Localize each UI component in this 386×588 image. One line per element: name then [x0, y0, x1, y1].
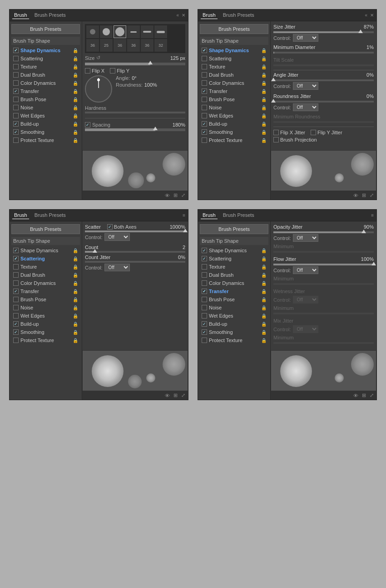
sidebar-smoothing-2[interactable]: ✓ Smoothing 🔒 — [200, 128, 268, 136]
sidebar-protect-texture-1[interactable]: Protect Texture 🔒 — [11, 137, 80, 144]
checkbox-noise-2[interactable] — [202, 105, 207, 110]
angle-jitter-slider[interactable] — [273, 79, 374, 81]
sidebar-smoothing-3[interactable]: ✓ Smoothing 🔒 — [11, 328, 80, 336]
checkbox-wet-edges-1[interactable] — [13, 113, 19, 118]
checkbox-scattering-2[interactable] — [202, 56, 207, 61]
sidebar-scattering-4[interactable]: ✓ Scattering 🔒 — [200, 255, 268, 262]
scatter-slider[interactable] — [85, 230, 185, 232]
brush-tip-cell-6[interactable] — [154, 25, 167, 38]
flow-control-select[interactable]: Off — [293, 266, 318, 274]
checkbox-color-dynamics-4[interactable] — [202, 280, 207, 286]
sidebar-dual-brush-1[interactable]: Dual Brush 🔒 — [11, 71, 80, 78]
checkbox-dual-brush-2[interactable] — [202, 72, 207, 78]
brush-tip-shape-header-2[interactable]: Brush Tip Shape — [200, 37, 268, 45]
sidebar-buildup-1[interactable]: ✓ Build-up 🔒 — [11, 120, 80, 127]
checkbox-dual-brush-3[interactable] — [13, 272, 19, 278]
close-icon-1[interactable]: ✕ — [182, 13, 185, 18]
sidebar-color-dynamics-1[interactable]: Color Dynamics 🔒 — [11, 79, 80, 87]
sidebar-shape-dynamics-4[interactable]: ✓ Shape Dynamics 🔒 — [200, 247, 268, 254]
both-axes-cb[interactable]: ✓ Both Axes — [107, 224, 137, 230]
checkbox-wet-edges-3[interactable] — [13, 313, 19, 318]
brush-tip-cell-4[interactable] — [127, 25, 140, 38]
checkbox-buildup-1[interactable]: ✓ — [13, 121, 19, 127]
brush-tip-cell-2[interactable] — [100, 25, 113, 38]
checkbox-protect-texture-4[interactable] — [202, 338, 207, 343]
grid-icon-2[interactable]: ⊞ — [362, 192, 366, 198]
brush-tip-num-1[interactable]: 36 — [86, 39, 99, 52]
sidebar-noise-2[interactable]: Noise 🔒 — [200, 104, 268, 111]
sidebar-dual-brush-3[interactable]: Dual Brush 🔒 — [11, 271, 80, 279]
checkbox-protect-texture-1[interactable] — [13, 137, 19, 143]
roundness-jitter-slider[interactable] — [273, 101, 374, 103]
size-slider-1[interactable] — [85, 63, 185, 65]
checkbox-brush-pose-4[interactable] — [202, 297, 207, 302]
size-jitter-slider[interactable] — [273, 31, 374, 33]
tab-brush-presets-3[interactable]: Brush Presets — [33, 211, 68, 219]
sidebar-scattering-2[interactable]: Scattering 🔒 — [200, 55, 268, 62]
checkbox-wet-edges-2[interactable] — [202, 113, 207, 118]
checkbox-color-dynamics-2[interactable] — [202, 80, 207, 86]
sidebar-buildup-2[interactable]: ✓ Build-up 🔒 — [200, 120, 268, 127]
checkbox-brush-pose-2[interactable] — [202, 97, 207, 102]
angle-jitter-control-select[interactable]: Off — [293, 82, 318, 90]
count-slider[interactable] — [85, 251, 185, 253]
close-icon-2[interactable]: ✕ — [370, 13, 374, 18]
opacity-control-select[interactable]: Off — [293, 234, 318, 242]
sidebar-shape-dynamics-1[interactable]: ✓ Shape Dynamics 🔒 — [11, 47, 80, 54]
checkbox-smoothing-1[interactable]: ✓ — [13, 129, 19, 135]
checkbox-buildup-2[interactable]: ✓ — [202, 121, 207, 127]
eye-icon-3[interactable]: 👁 — [165, 393, 170, 398]
checkbox-protect-texture-2[interactable] — [202, 137, 207, 143]
hardness-slider-1[interactable] — [85, 112, 185, 113]
tab-brush-presets-2[interactable]: Brush Presets — [221, 11, 256, 19]
sidebar-shape-dynamics-2[interactable]: ✓ Shape Dynamics 🔒 — [200, 47, 268, 54]
checkbox-transfer-1[interactable]: ✓ — [13, 88, 19, 94]
brush-presets-button-2[interactable]: Brush Presets — [200, 24, 268, 34]
expand-icon-1[interactable]: ⤢ — [181, 192, 185, 198]
checkbox-shape-dynamics-2[interactable]: ✓ — [202, 48, 207, 53]
sidebar-smoothing-1[interactable]: ✓ Smoothing 🔒 — [11, 128, 80, 136]
sidebar-color-dynamics-2[interactable]: Color Dynamics 🔒 — [200, 79, 268, 87]
checkbox-noise-4[interactable] — [202, 305, 207, 310]
sidebar-noise-4[interactable]: Noise 🔒 — [200, 304, 268, 311]
sidebar-color-dynamics-4[interactable]: Color Dynamics 🔒 — [200, 279, 268, 287]
sidebar-texture-4[interactable]: Texture 🔒 — [200, 263, 268, 270]
checkbox-color-dynamics-1[interactable] — [13, 80, 19, 86]
brush-presets-button-3[interactable]: Brush Presets — [11, 224, 80, 234]
collapse-icon-1[interactable]: « — [176, 13, 179, 18]
sidebar-brush-pose-4[interactable]: Brush Pose 🔒 — [200, 296, 268, 303]
checkbox-smoothing-3[interactable]: ✓ — [13, 329, 19, 335]
size-jitter-control-select[interactable]: Off — [293, 34, 318, 42]
brush-tip-cell-1[interactable] — [86, 25, 99, 38]
sidebar-wet-edges-2[interactable]: Wet Edges 🔒 — [200, 112, 268, 119]
checkbox-buildup-3[interactable]: ✓ — [13, 321, 19, 327]
scatter-control-select[interactable]: Off — [104, 233, 130, 241]
checkbox-flip-y-1[interactable] — [110, 68, 115, 74]
checkbox-brush-pose-3[interactable] — [13, 297, 19, 302]
brush-presets-button-4[interactable]: Brush Presets — [200, 224, 268, 234]
sidebar-transfer-2[interactable]: ✓ Transfer 🔒 — [200, 88, 268, 95]
menu-icon-3[interactable]: ≡ — [183, 213, 185, 218]
checkbox-transfer-3[interactable]: ✓ — [13, 289, 19, 294]
brush-tip-shape-header-1[interactable]: Brush Tip Shape — [11, 37, 80, 45]
collapse-icon-2[interactable]: « — [365, 13, 367, 18]
grid-icon-3[interactable]: ⊞ — [173, 392, 178, 398]
flip-x-1[interactable]: Flip X — [85, 68, 104, 74]
sidebar-wet-edges-1[interactable]: Wet Edges 🔒 — [11, 112, 80, 119]
checkbox-flip-x-jitter[interactable] — [273, 130, 279, 135]
brush-tip-shape-header-4[interactable]: Brush Tip Shape — [200, 237, 268, 245]
sidebar-texture-2[interactable]: Texture 🔒 — [200, 63, 268, 70]
sidebar-texture-3[interactable]: Texture 🔒 — [11, 263, 80, 270]
sidebar-texture-1[interactable]: Texture 🔒 — [11, 63, 80, 70]
roundness-control-select[interactable]: Off — [293, 103, 318, 111]
checkbox-dual-brush-4[interactable] — [202, 272, 207, 278]
brush-tip-shape-header-3[interactable]: Brush Tip Shape — [11, 237, 80, 245]
expand-icon-3[interactable]: ⤢ — [181, 392, 185, 398]
tab-brush-presets-1[interactable]: Brush Presets — [33, 11, 68, 19]
refresh-icon-1[interactable]: ↺ — [96, 55, 100, 61]
menu-icon-4[interactable]: ≡ — [371, 213, 374, 218]
sidebar-brush-pose-3[interactable]: Brush Pose 🔒 — [11, 296, 80, 303]
brush-projection[interactable]: Brush Projection — [273, 137, 374, 142]
checkbox-shape-dynamics-1[interactable]: ✓ — [13, 48, 19, 53]
brush-tip-num-6[interactable]: 32 — [154, 39, 167, 52]
